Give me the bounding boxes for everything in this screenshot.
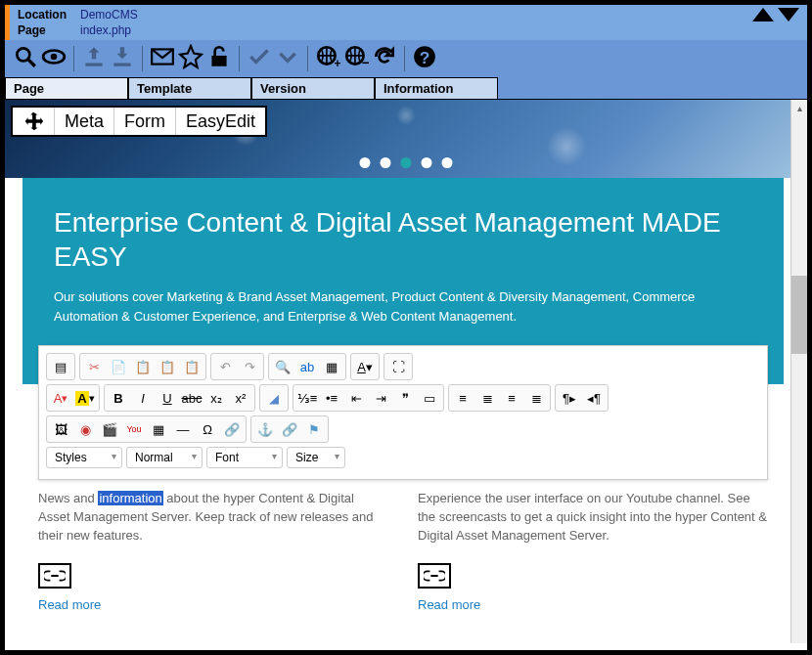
tab-page[interactable]: Page — [5, 77, 128, 99]
flag-icon[interactable]: ⚑ — [302, 418, 326, 440]
svg-text:−: − — [361, 55, 369, 69]
div-icon[interactable]: ▭ — [418, 387, 441, 409]
globe-plus-icon[interactable]: + — [315, 44, 340, 73]
unlink-icon[interactable]: 🔗 — [278, 418, 301, 440]
chevron-down-icon[interactable] — [275, 44, 300, 73]
svg-rect-5 — [211, 56, 226, 66]
selectall-icon[interactable]: ▦ — [320, 356, 343, 377]
tab-version[interactable]: Version — [251, 77, 375, 99]
alignright-icon[interactable]: ≡ — [500, 387, 523, 409]
collapse-up-icon[interactable] — [752, 8, 774, 22]
help-icon[interactable]: ? — [412, 44, 437, 73]
copy-icon[interactable]: 📄 — [107, 356, 130, 377]
col-right-text: Experience the user interface on our You… — [418, 491, 767, 543]
link-chain-icon[interactable] — [418, 563, 451, 589]
blockquote-icon[interactable]: ❞ — [393, 387, 417, 409]
refresh-icon[interactable] — [372, 44, 397, 73]
bold-icon[interactable]: B — [107, 387, 130, 409]
rtl-icon[interactable]: ◂¶ — [582, 387, 606, 409]
top-info-bar: Location DemoCMS Page index.php — [5, 5, 807, 40]
link-chain-icon[interactable] — [38, 563, 71, 589]
format-dropdown[interactable]: Normal — [126, 447, 203, 468]
search-icon[interactable] — [13, 44, 38, 73]
carousel-dot[interactable] — [360, 157, 371, 168]
carousel-dot[interactable] — [381, 157, 391, 168]
svg-text:+: + — [335, 57, 341, 69]
youtube-icon[interactable]: You — [122, 418, 146, 440]
specialchar-icon[interactable]: Ω — [196, 418, 219, 440]
hr-icon[interactable]: — — [171, 418, 195, 440]
bgcolor-icon[interactable]: A▾ — [73, 387, 97, 409]
star-icon[interactable] — [178, 44, 203, 73]
carousel-dot-active[interactable] — [401, 157, 412, 168]
hero-title: Enterprise Content & Digital Asset Manag… — [54, 205, 752, 274]
expand-down-icon[interactable] — [778, 8, 799, 22]
redo-icon[interactable]: ↷ — [238, 356, 261, 377]
bullist-icon[interactable]: •≡ — [320, 387, 343, 409]
tab-meta[interactable]: Meta — [55, 108, 114, 135]
scroll-up-icon[interactable]: ▴ — [791, 100, 807, 116]
tab-easyedit[interactable]: EasyEdit — [176, 108, 265, 135]
table-icon[interactable]: ▦ — [147, 418, 170, 440]
alignjustify-icon[interactable]: ≣ — [524, 387, 548, 409]
anchor-icon[interactable]: ⚓ — [253, 418, 277, 440]
strike-icon[interactable]: abc — [180, 387, 203, 409]
outdent-icon[interactable]: ⇤ — [344, 387, 368, 409]
font-dropdown[interactable]: Font — [206, 447, 283, 468]
superscript-icon[interactable]: x² — [229, 387, 252, 409]
mail-icon[interactable] — [150, 44, 175, 73]
readmore-link[interactable]: Read more — [38, 596, 388, 615]
highlighted-text: information — [98, 491, 162, 505]
styles-dropdown[interactable]: Styles — [46, 447, 122, 468]
unlock-icon[interactable] — [206, 44, 232, 73]
preview-eye-icon[interactable] — [41, 44, 67, 73]
main-toolbar: + − ? — [5, 40, 807, 77]
undo-icon[interactable]: ↶ — [213, 356, 237, 377]
find-icon[interactable]: 🔍 — [271, 356, 294, 377]
accent-stripe — [5, 5, 10, 40]
carousel-dot[interactable] — [422, 157, 432, 168]
ltr-icon[interactable]: ¶▸ — [558, 387, 581, 409]
italic-icon[interactable]: I — [131, 387, 155, 409]
col-left-pre: News and — [38, 491, 98, 505]
size-dropdown[interactable]: Size — [287, 447, 345, 468]
readmore-link[interactable]: Read more — [418, 596, 768, 615]
upload-icon[interactable] — [81, 44, 107, 73]
tab-information[interactable]: Information — [375, 77, 498, 99]
tab-template[interactable]: Template — [128, 77, 251, 99]
move-handle-icon[interactable] — [13, 108, 55, 135]
indent-icon[interactable]: ⇥ — [369, 387, 392, 409]
carousel-dots — [360, 157, 453, 168]
carousel-dot[interactable] — [442, 157, 453, 168]
section-tabs: Page Template Version Information — [5, 77, 807, 100]
underline-icon[interactable]: U — [156, 387, 179, 409]
column-left: News and information about the hyper Con… — [38, 490, 388, 614]
scroll-thumb[interactable] — [791, 276, 807, 354]
rich-text-editor[interactable]: ▤ ✂ 📄 📋 📋 📋 ↶ ↷ 🔍 ab ▦ — [38, 345, 768, 480]
alignleft-icon[interactable]: ≡ — [451, 387, 474, 409]
textcolor-icon[interactable]: A▾ — [353, 356, 377, 377]
maximize-icon[interactable]: ⛶ — [386, 356, 410, 377]
source-icon[interactable]: ▤ — [49, 356, 72, 377]
image-icon[interactable]: 🖼 — [49, 418, 72, 440]
tab-form[interactable]: Form — [114, 108, 176, 135]
cut-icon[interactable]: ✂ — [82, 356, 106, 377]
video-icon[interactable]: 🎬 — [98, 418, 121, 440]
page-value[interactable]: index.php — [80, 23, 131, 37]
globe-minus-icon[interactable]: − — [343, 44, 369, 73]
vertical-scrollbar[interactable]: ▴ — [790, 100, 807, 643]
removeformat-icon[interactable]: ◢ — [262, 387, 286, 409]
fontcolor-icon[interactable]: A▾ — [49, 387, 72, 409]
check-icon[interactable] — [247, 44, 272, 73]
link-icon[interactable]: 🔗 — [220, 418, 244, 440]
paste-text-icon[interactable]: 📋 — [156, 356, 179, 377]
paste-icon[interactable]: 📋 — [131, 356, 155, 377]
location-value[interactable]: DemoCMS — [80, 8, 138, 22]
subscript-icon[interactable]: x₂ — [204, 387, 228, 409]
replace-icon[interactable]: ab — [295, 356, 319, 377]
paste-word-icon[interactable]: 📋 — [180, 356, 203, 377]
download-icon[interactable] — [110, 44, 135, 73]
flash-icon[interactable]: ◉ — [73, 418, 97, 440]
aligncenter-icon[interactable]: ≣ — [475, 387, 499, 409]
numlist-icon[interactable]: ⅓≡ — [295, 387, 319, 409]
